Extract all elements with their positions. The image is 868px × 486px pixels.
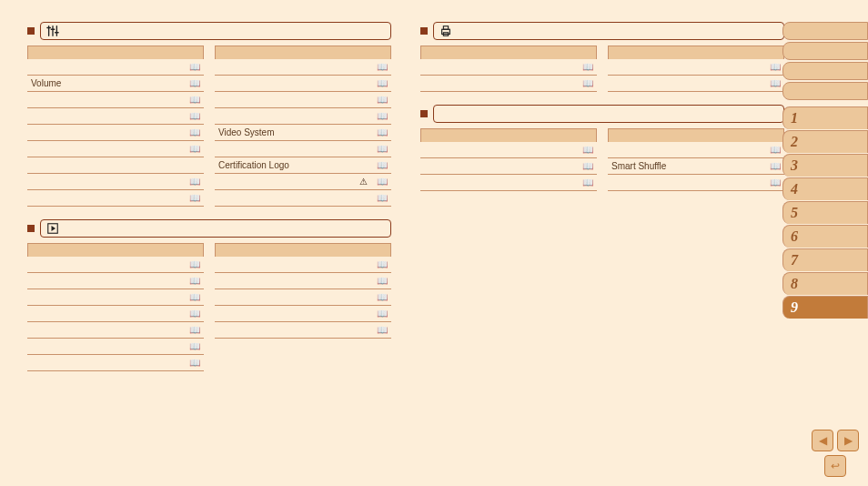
warn-icon: ⚠ (359, 177, 368, 187)
table-row[interactable]: 📖 (27, 273, 204, 289)
table-row[interactable]: 📖 (420, 76, 597, 92)
table-row[interactable]: Smart Shuffle📖 (608, 158, 784, 175)
table-row[interactable]: 📖 (27, 108, 204, 125)
table-row[interactable]: 📖 (215, 141, 391, 157)
table-row[interactable]: 📖 (27, 306, 204, 322)
book-icon: 📖 (770, 78, 781, 88)
table-row[interactable]: 📖 (215, 59, 391, 76)
book-icon: 📖 (377, 325, 388, 335)
table-row[interactable]: 📖 (608, 142, 784, 158)
table-row[interactable]: 📖 (27, 125, 204, 141)
sidebar-tab-4[interactable]: 4 (782, 177, 868, 200)
table-row[interactable]: 📖 (215, 273, 391, 289)
print-col-right: 📖 📖 (608, 46, 784, 92)
table-row[interactable]: Volume📖 (27, 76, 204, 92)
table-row[interactable]: Video System📖 (215, 125, 391, 141)
playback-col-left: 📖 📖 📖 📖 📖 📖 📖 (27, 243, 204, 371)
table-row[interactable]: 📖 (420, 158, 597, 175)
book-icon: 📖 (770, 145, 781, 155)
return-button[interactable]: ↩ (824, 455, 846, 477)
other-col-right: 📖 Smart Shuffle📖 📖 (608, 128, 784, 191)
sidebar-block[interactable] (782, 62, 868, 80)
sidebar-block[interactable] (782, 82, 868, 100)
print-icon (439, 25, 452, 37)
table-row[interactable]: 📖 (27, 190, 204, 207)
book-icon: 📖 (582, 145, 593, 155)
table-row[interactable]: 📖 (215, 289, 391, 306)
prev-page-button[interactable]: ◀ (812, 430, 833, 451)
sidebar-tab-8[interactable]: 8 (782, 272, 868, 295)
settings-col-left: 📖 Volume📖 📖 📖 📖 📖 📖 📖 (27, 46, 204, 207)
table-row[interactable] (27, 157, 204, 174)
section-tab-playback[interactable] (40, 219, 391, 238)
table-row[interactable]: 📖 (215, 76, 391, 92)
sidebar-tab-6[interactable]: 6 (782, 225, 868, 248)
table-row[interactable]: 📖 (27, 59, 204, 76)
table-row[interactable]: 📖 (27, 257, 204, 273)
section-other: 📖 📖 📖 📖 Smart Shuffle📖 📖 (420, 105, 784, 191)
book-icon: 📖 (770, 161, 781, 171)
table-row[interactable]: 📖 (215, 190, 391, 207)
book-icon: 📖 (582, 161, 593, 171)
sidebar-tab-9[interactable]: 9 (782, 296, 868, 319)
book-icon: 📖 (189, 341, 200, 351)
table-row[interactable]: 📖 (420, 175, 597, 191)
sidebar-block[interactable] (782, 42, 868, 60)
table-row[interactable]: ⚠📖 (215, 174, 391, 190)
print-col-left: 📖 📖 (420, 46, 597, 92)
book-icon: 📖 (377, 259, 388, 269)
tab-notch (420, 27, 428, 35)
book-icon: 📖 (377, 276, 388, 286)
section-playback: 📖 📖 📖 📖 📖 📖 📖 📖 📖 📖 📖 📖 (27, 219, 391, 371)
table-row[interactable]: 📖 (27, 174, 204, 190)
book-icon: 📖 (377, 62, 388, 72)
table-row[interactable]: 📖 (608, 59, 784, 76)
book-icon: 📖 (377, 177, 388, 187)
section-tab-print[interactable] (433, 22, 784, 40)
sidebar-tab-5[interactable]: 5 (782, 201, 868, 224)
tools-icon (46, 25, 59, 37)
col-header (608, 128, 784, 142)
table-row[interactable]: 📖 (608, 76, 784, 92)
book-icon: 📖 (189, 292, 200, 302)
table-row[interactable]: 📖 (215, 306, 391, 322)
table-row[interactable]: 📖 (215, 257, 391, 273)
table-row[interactable]: 📖 (27, 141, 204, 157)
table-row[interactable]: 📖 (215, 108, 391, 125)
book-icon: 📖 (582, 177, 593, 187)
table-row[interactable]: 📖 (420, 59, 597, 76)
col-header (420, 128, 597, 142)
sidebar-tab-2[interactable]: 2 (782, 130, 868, 153)
table-row[interactable]: 📖 (608, 175, 784, 191)
book-icon: 📖 (189, 144, 200, 154)
book-icon: 📖 (377, 160, 388, 170)
table-row[interactable]: 📖 (27, 322, 204, 339)
table-row[interactable]: 📖 (27, 289, 204, 306)
book-icon: 📖 (189, 325, 200, 335)
table-row[interactable]: 📖 (215, 92, 391, 108)
section-header-settings (27, 22, 391, 40)
table-row[interactable]: 📖 (27, 355, 204, 371)
book-icon: 📖 (582, 78, 593, 88)
section-header-playback (27, 219, 391, 238)
book-icon: 📖 (770, 62, 781, 72)
book-icon: 📖 (377, 292, 388, 302)
sidebar-tab-3[interactable]: 3 (782, 154, 868, 177)
book-icon: 📖 (189, 95, 200, 105)
table-row[interactable]: 📖 (215, 322, 391, 339)
sidebar-tab-7[interactable]: 7 (782, 248, 868, 271)
book-icon: 📖 (189, 62, 200, 72)
book-icon: 📖 (770, 177, 781, 187)
next-page-button[interactable]: ▶ (837, 430, 859, 451)
section-tab-settings[interactable] (40, 22, 391, 40)
section-tab-other[interactable] (433, 105, 784, 123)
col-header (215, 46, 391, 59)
sidebar-block[interactable] (782, 22, 868, 40)
book-icon: 📖 (189, 358, 200, 368)
table-row[interactable]: 📖 (27, 339, 204, 355)
table-row[interactable]: 📖 (420, 142, 597, 158)
col-header (608, 46, 784, 59)
table-row[interactable]: 📖 (27, 92, 204, 108)
table-row[interactable]: Certification Logo📖 (215, 157, 391, 174)
sidebar-tab-1[interactable]: 1 (782, 106, 868, 129)
